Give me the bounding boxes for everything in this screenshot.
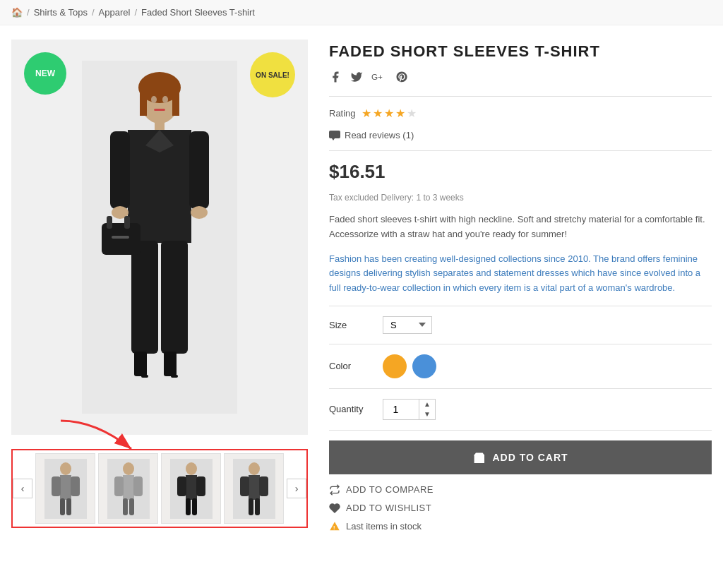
breadcrumb-sep-2: / <box>92 7 95 18</box>
svg-rect-53 <box>249 498 253 515</box>
last-items-notice: ! Last items in stock <box>329 521 712 532</box>
thumbnail-3[interactable] <box>161 453 221 524</box>
svg-rect-52 <box>259 476 268 496</box>
svg-rect-13 <box>189 131 209 209</box>
svg-rect-40 <box>129 498 134 515</box>
svg-point-42 <box>186 462 197 475</box>
home-icon[interactable]: 🏠 <box>11 7 23 18</box>
svg-point-6 <box>162 96 168 103</box>
thumbnail-1[interactable] <box>35 453 95 524</box>
description-short: Faded short sleeves t-shirt with high ne… <box>329 212 712 242</box>
twitter-icon[interactable] <box>350 71 363 86</box>
svg-rect-16 <box>131 241 158 354</box>
svg-rect-47 <box>192 498 197 515</box>
read-reviews[interactable]: Read reviews (1) <box>329 130 712 140</box>
svg-text:!: ! <box>333 524 335 531</box>
quantity-down-button[interactable]: ▼ <box>419 409 435 419</box>
add-to-wishlist-button[interactable]: ADD TO WISHLIST <box>329 503 712 514</box>
main-image: NEW ON SALE! <box>11 40 308 435</box>
size-option-row: Size S M L XL <box>329 316 712 334</box>
add-to-cart-label: ADD TO CART <box>492 452 568 463</box>
svg-rect-50 <box>249 475 260 500</box>
svg-rect-25 <box>171 375 178 378</box>
extra-actions: ADD TO COMPARE ADD TO WISHLIST ! Last it… <box>329 484 712 532</box>
quantity-row: Quantity ▲ ▼ <box>329 399 712 420</box>
svg-rect-38 <box>133 476 143 496</box>
badge-sale: ON SALE! <box>250 52 295 97</box>
breadcrumb-sep-3: / <box>134 7 137 18</box>
add-to-compare-label: ADD TO COMPARE <box>346 484 434 495</box>
svg-rect-43 <box>186 475 197 500</box>
add-to-compare-button[interactable]: ADD TO COMPARE <box>329 484 712 496</box>
breadcrumb-product[interactable]: Faded Short Sleeves T-shirt <box>141 7 255 18</box>
rating-label: Rating <box>329 108 356 119</box>
color-option-row: Color <box>329 354 712 378</box>
svg-rect-56 <box>329 131 340 138</box>
product-price: $16.51 <box>329 161 712 183</box>
svg-rect-30 <box>52 476 61 496</box>
add-to-cart-button[interactable]: ADD TO CART <box>329 440 712 474</box>
svg-rect-32 <box>60 498 65 515</box>
svg-rect-3 <box>140 88 147 116</box>
svg-point-35 <box>123 462 134 475</box>
star-2: ★ <box>373 107 383 120</box>
svg-rect-44 <box>177 476 186 496</box>
svg-point-5 <box>151 96 157 103</box>
googleplus-icon[interactable]: G+ <box>371 71 387 86</box>
badge-new: NEW <box>24 52 66 95</box>
color-label: Color <box>329 361 371 371</box>
stars: ★ ★ ★ ★ ★ <box>362 107 417 120</box>
star-3: ★ <box>384 107 394 120</box>
description-long: Fashion has been creating well-designed … <box>329 252 712 296</box>
svg-rect-22 <box>134 352 147 376</box>
add-to-wishlist-label: ADD TO WISHLIST <box>346 503 431 513</box>
reviews-icon <box>329 131 340 140</box>
svg-rect-17 <box>161 241 188 354</box>
thumb-next-button[interactable]: › <box>287 479 306 498</box>
pinterest-icon[interactable] <box>395 71 408 86</box>
star-1: ★ <box>362 107 371 120</box>
breadcrumb-apparel[interactable]: Apparel <box>99 7 131 18</box>
product-info: FADED SHORT SLEEVES T-SHIRT G+ Rating ★ … <box>329 40 712 532</box>
tax-info: Tax excluded Delivery: 1 to 3 weeks <box>329 193 712 203</box>
quantity-stepper: ▲ ▼ <box>419 400 435 419</box>
breadcrumb-sep: / <box>27 7 30 18</box>
svg-rect-21 <box>112 236 129 239</box>
star-4: ★ <box>395 107 405 120</box>
divider-6 <box>329 430 712 431</box>
quantity-input[interactable] <box>383 401 419 418</box>
svg-point-28 <box>60 462 71 475</box>
svg-text:G+: G+ <box>371 72 383 81</box>
size-select[interactable]: S M L XL <box>383 316 432 334</box>
divider-3 <box>329 306 712 306</box>
divider-2 <box>329 150 712 151</box>
svg-rect-19 <box>107 216 112 229</box>
thumb-prev-button[interactable]: ‹ <box>13 479 32 498</box>
breadcrumb: 🏠 / Shirts & Tops / Apparel / Faded Shor… <box>0 0 723 25</box>
svg-point-15 <box>191 206 208 219</box>
color-swatches <box>383 354 436 378</box>
svg-rect-4 <box>172 88 179 116</box>
warning-icon: ! <box>329 521 340 532</box>
thumbnails-list <box>32 450 287 527</box>
wishlist-icon <box>329 503 340 514</box>
quantity-input-wrapper: ▲ ▼ <box>383 399 436 420</box>
quantity-up-button[interactable]: ▲ <box>419 400 435 409</box>
breadcrumb-shirts-tops[interactable]: Shirts & Tops <box>34 7 88 18</box>
thumbnail-2[interactable] <box>98 453 158 524</box>
svg-rect-29 <box>60 475 71 500</box>
svg-rect-51 <box>240 476 249 496</box>
product-images: NEW ON SALE! <box>11 40 308 532</box>
product-page: NEW ON SALE! <box>0 25 723 546</box>
thumbnail-4[interactable] <box>224 453 284 524</box>
divider-4 <box>329 344 712 344</box>
color-swatch-blue[interactable] <box>412 354 436 378</box>
cart-icon <box>472 452 485 463</box>
divider-5 <box>329 388 712 389</box>
svg-rect-12 <box>110 131 130 209</box>
color-swatch-orange[interactable] <box>383 354 407 378</box>
svg-rect-46 <box>186 498 191 515</box>
svg-rect-37 <box>114 476 124 496</box>
facebook-icon[interactable] <box>329 71 342 86</box>
svg-rect-31 <box>71 476 80 496</box>
